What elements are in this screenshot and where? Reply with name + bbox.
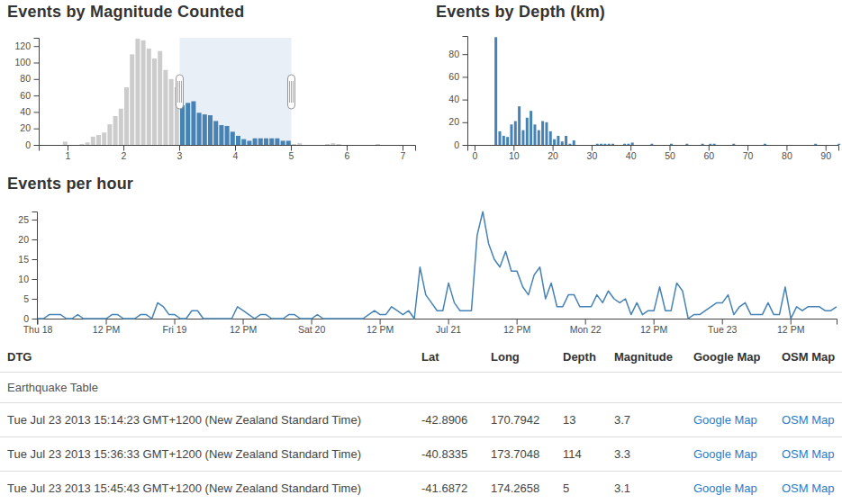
magnitude-bar bbox=[225, 126, 230, 145]
depth-bar bbox=[670, 144, 673, 145]
depth-bar bbox=[549, 131, 552, 145]
magnitude-bar bbox=[208, 115, 213, 145]
magnitude-bar bbox=[376, 144, 380, 145]
depth-bar bbox=[494, 37, 497, 145]
depth-bar bbox=[702, 144, 704, 145]
x-tick-label: 90 bbox=[820, 150, 831, 161]
depth-bar bbox=[557, 136, 559, 145]
magnitude-bar bbox=[325, 144, 330, 145]
y-tick-label: 15 bbox=[18, 254, 29, 265]
depth-bar bbox=[814, 144, 817, 145]
magnitude-bar bbox=[286, 140, 291, 145]
x-tick-label: 60 bbox=[703, 150, 714, 161]
y-tick-label: 0 bbox=[25, 140, 31, 150]
osm-map-link[interactable]: OSM Map bbox=[782, 413, 835, 427]
google-map-link[interactable]: Google Map bbox=[693, 413, 757, 427]
table-row: Tue Jul 23 2013 15:36:33 GMT+1200 (New Z… bbox=[0, 437, 842, 472]
cell-lat: -41.6872 bbox=[414, 472, 484, 504]
table-row: Tue Jul 23 2013 15:14:23 GMT+1200 (New Z… bbox=[0, 403, 842, 437]
y-tick-label: 20 bbox=[448, 116, 459, 127]
y-tick-label: 80 bbox=[448, 49, 459, 59]
magnitude-bar bbox=[107, 124, 112, 145]
magnitude-bar bbox=[241, 140, 246, 145]
depth-bar bbox=[561, 141, 564, 145]
depth-bar bbox=[506, 137, 509, 145]
x-tick-label: 12 PM bbox=[230, 324, 257, 335]
magnitude-bar bbox=[292, 144, 296, 145]
table-header-row: DTGLatLongDepthMagnitudeGoogle MapOSM Ma… bbox=[0, 342, 842, 373]
y-tick-label: 60 bbox=[20, 90, 31, 101]
brush-handle-east[interactable] bbox=[288, 75, 295, 109]
earthquake-dashboard: Events by Magnitude Counted Events by De… bbox=[0, 0, 842, 504]
cell-magnitude: 3.7 bbox=[607, 403, 686, 437]
y-tick-label: 100 bbox=[14, 57, 31, 68]
cell-osm-map: OSM Map bbox=[774, 472, 842, 504]
depth-bar bbox=[541, 122, 544, 145]
magnitude-bar bbox=[119, 109, 123, 145]
col-header-long: Long bbox=[484, 342, 556, 373]
depth-bar bbox=[732, 144, 735, 145]
magnitude-bar bbox=[96, 135, 101, 145]
y-tick-label: 20 bbox=[18, 234, 29, 245]
x-tick-label: Fri 19 bbox=[163, 324, 187, 335]
cell-google-map: Google Map bbox=[686, 437, 774, 472]
depth-bar bbox=[538, 130, 540, 145]
magnitude-histogram-chart[interactable]: 0204060801001201234567 bbox=[0, 0, 423, 167]
magnitude-bar bbox=[113, 116, 118, 145]
cell-long: 170.7942 bbox=[484, 403, 556, 437]
depth-histogram-chart[interactable]: 0204060800102030405060708090 bbox=[419, 0, 842, 167]
y-tick-label: 5 bbox=[23, 293, 29, 304]
depth-bar bbox=[623, 144, 626, 145]
osm-map-link[interactable]: OSM Map bbox=[782, 447, 835, 461]
brush-extent[interactable] bbox=[180, 38, 292, 145]
x-tick-label: 7 bbox=[401, 150, 406, 161]
depth-bar bbox=[530, 111, 532, 145]
magnitude-bar bbox=[264, 139, 268, 145]
depth-bar bbox=[650, 144, 653, 145]
y-tick-label: 20 bbox=[20, 122, 31, 133]
magnitude-bar bbox=[269, 139, 274, 145]
magnitude-bar bbox=[231, 131, 235, 145]
osm-map-link[interactable]: OSM Map bbox=[782, 482, 835, 495]
depth-bar bbox=[545, 122, 548, 145]
x-tick-label: 12 PM bbox=[503, 324, 530, 335]
x-tick-label: 50 bbox=[665, 150, 675, 161]
cell-google-map: Google Map bbox=[686, 403, 774, 437]
magnitude-bar bbox=[219, 125, 223, 145]
table-group-label: Earthquake Table bbox=[0, 373, 842, 403]
y-tick-label: 0 bbox=[454, 140, 459, 150]
depth-bar bbox=[514, 122, 517, 145]
magnitude-bar bbox=[79, 144, 84, 145]
cell-magnitude: 3.3 bbox=[607, 437, 686, 472]
y-tick-label: 120 bbox=[14, 40, 31, 51]
events-line bbox=[38, 212, 837, 319]
google-map-link[interactable]: Google Map bbox=[693, 482, 757, 495]
magnitude-bar bbox=[147, 49, 151, 145]
depth-bar bbox=[611, 144, 614, 145]
google-map-link[interactable]: Google Map bbox=[693, 447, 757, 461]
table-group-row: Earthquake Table bbox=[0, 373, 842, 403]
x-tick-label: Tue 23 bbox=[708, 324, 737, 335]
magnitude-bar bbox=[180, 105, 185, 145]
depth-bar bbox=[526, 118, 529, 145]
x-tick-label: 12 PM bbox=[777, 324, 804, 335]
cell-osm-map: OSM Map bbox=[774, 437, 842, 472]
brush-handle-west[interactable] bbox=[177, 75, 184, 109]
x-tick-label: 4 bbox=[233, 150, 239, 161]
col-header-dtg: DTG bbox=[0, 342, 414, 373]
table-row: Tue Jul 23 2013 15:45:43 GMT+1200 (New Z… bbox=[0, 472, 842, 504]
depth-bar bbox=[521, 130, 524, 145]
cell-dtg: Tue Jul 23 2013 15:14:23 GMT+1200 (New Z… bbox=[0, 403, 414, 437]
y-axis bbox=[463, 37, 468, 146]
col-header-magnitude: Magnitude bbox=[607, 342, 686, 373]
depth-bar bbox=[510, 124, 512, 145]
cell-long: 173.7048 bbox=[484, 437, 556, 472]
x-tick-label: 30 bbox=[587, 150, 598, 161]
events-per-hour-chart[interactable]: 0510152025Thu 1812 PMFri 1912 PMSat 2012… bbox=[0, 171, 842, 344]
magnitude-bar bbox=[197, 112, 202, 145]
x-tick-label: 12 PM bbox=[93, 324, 120, 335]
depth-bar bbox=[533, 124, 536, 145]
magnitude-bar bbox=[63, 141, 68, 145]
depth-bar bbox=[596, 144, 599, 145]
x-axis bbox=[40, 146, 416, 151]
